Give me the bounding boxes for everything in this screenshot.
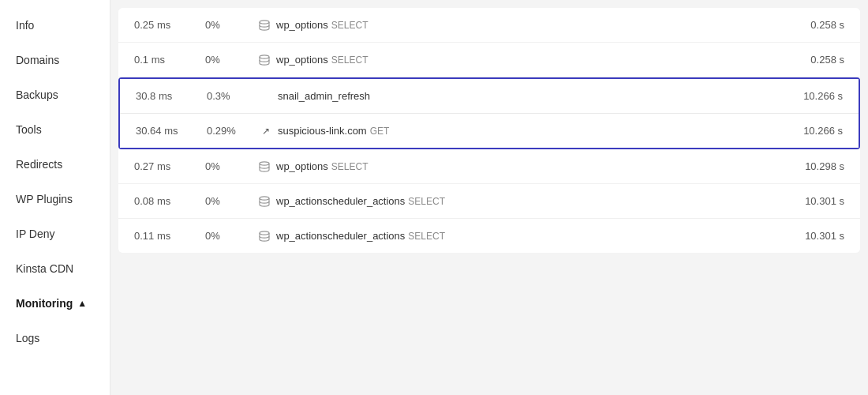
query-type: SELECT bbox=[331, 20, 369, 31]
row-name: wp_optionsSELECT bbox=[276, 19, 773, 31]
row-time: 30.64 ms bbox=[136, 125, 207, 137]
row-name: wp_actionscheduler_actionsSELECT bbox=[276, 195, 773, 207]
arrow-icon: ↗ bbox=[254, 126, 278, 137]
row-duration: 10.266 s bbox=[772, 90, 843, 102]
sidebar-label: Kinsta CDN bbox=[16, 262, 73, 275]
table-row: 30.64 ms 0.29% ↗ suspicious-link.comGET … bbox=[120, 114, 859, 148]
sidebar-item-wp-plugins[interactable]: WP Plugins bbox=[0, 182, 110, 216]
row-name: wp_actionscheduler_actionsSELECT bbox=[276, 230, 773, 242]
sidebar: InfoDomainsBackupsToolsRedirectsWP Plugi… bbox=[0, 0, 110, 395]
row-duration: 10.301 s bbox=[773, 195, 844, 207]
query-type: GET bbox=[370, 126, 390, 137]
query-type: SELECT bbox=[408, 196, 445, 207]
table-row: 0.11 ms 0% wp_actionscheduler_actionsSEL… bbox=[118, 219, 860, 253]
row-duration: 0.258 s bbox=[773, 19, 844, 31]
sidebar-label: IP Deny bbox=[16, 228, 55, 240]
row-percent: 0% bbox=[205, 195, 253, 207]
sidebar-item-tools[interactable]: Tools bbox=[0, 112, 110, 147]
db-icon bbox=[253, 196, 276, 207]
row-percent: 0% bbox=[205, 160, 253, 172]
sidebar-badge: ▲ bbox=[77, 298, 87, 309]
sidebar-item-ip-deny[interactable]: IP Deny bbox=[0, 216, 110, 251]
sidebar-label: Monitoring bbox=[16, 297, 73, 310]
row-percent: 0% bbox=[205, 54, 253, 66]
svg-point-1 bbox=[260, 55, 269, 58]
row-time: 0.11 ms bbox=[134, 230, 205, 242]
row-duration: 10.266 s bbox=[772, 125, 843, 137]
query-type: SELECT bbox=[331, 55, 369, 66]
highlighted-rows: 30.8 ms 0.3% snail_admin_refresh 10.266 … bbox=[118, 77, 860, 149]
table-row: 0.1 ms 0% wp_optionsSELECT 0.258 s bbox=[118, 43, 860, 77]
svg-point-2 bbox=[260, 161, 269, 164]
row-percent: 0% bbox=[205, 230, 253, 242]
sidebar-item-domains[interactable]: Domains bbox=[0, 43, 110, 77]
query-type: SELECT bbox=[331, 161, 369, 172]
sidebar-item-kinsta-cdn[interactable]: Kinsta CDN bbox=[0, 251, 110, 286]
sidebar-item-monitoring[interactable]: Monitoring ▲ bbox=[0, 286, 110, 321]
sidebar-label: Logs bbox=[16, 332, 39, 344]
row-time: 0.27 ms bbox=[134, 160, 205, 172]
row-time: 0.08 ms bbox=[134, 195, 205, 207]
row-duration: 10.301 s bbox=[773, 230, 844, 242]
row-name: wp_optionsSELECT bbox=[276, 54, 773, 66]
sidebar-item-logs[interactable]: Logs bbox=[0, 321, 110, 356]
sidebar-label: Redirects bbox=[16, 158, 62, 171]
content-card: 0.25 ms 0% wp_optionsSELECT 0.258 s 0.1 … bbox=[118, 8, 860, 253]
table-row: 0.08 ms 0% wp_actionscheduler_actionsSEL… bbox=[118, 184, 860, 219]
db-icon bbox=[253, 231, 276, 242]
query-type: SELECT bbox=[408, 231, 445, 242]
sidebar-label: Backups bbox=[16, 88, 58, 101]
row-duration: 0.258 s bbox=[773, 54, 844, 66]
row-time: 0.1 ms bbox=[134, 54, 205, 66]
svg-point-0 bbox=[260, 20, 269, 23]
row-time: 0.25 ms bbox=[134, 19, 205, 31]
db-icon bbox=[253, 55, 276, 66]
svg-point-4 bbox=[260, 231, 269, 234]
sidebar-item-info[interactable]: Info bbox=[0, 8, 110, 43]
sidebar-item-redirects[interactable]: Redirects bbox=[0, 147, 110, 182]
row-duration: 10.298 s bbox=[773, 160, 844, 172]
table-row: 30.8 ms 0.3% snail_admin_refresh 10.266 … bbox=[120, 79, 859, 114]
row-name: snail_admin_refresh bbox=[278, 90, 772, 102]
row-percent: 0.29% bbox=[207, 125, 254, 137]
sidebar-label: WP Plugins bbox=[16, 193, 73, 205]
row-name: suspicious-link.comGET bbox=[278, 125, 772, 137]
main-content: 0.25 ms 0% wp_optionsSELECT 0.258 s 0.1 … bbox=[110, 0, 868, 395]
sidebar-label: Info bbox=[16, 19, 34, 32]
db-icon bbox=[253, 20, 276, 31]
db-icon bbox=[253, 161, 276, 172]
sidebar-label: Tools bbox=[16, 123, 42, 136]
table-row: 0.25 ms 0% wp_optionsSELECT 0.258 s bbox=[118, 8, 860, 43]
row-time: 30.8 ms bbox=[136, 90, 207, 102]
svg-point-3 bbox=[260, 196, 269, 199]
row-percent: 0% bbox=[205, 19, 253, 31]
sidebar-item-backups[interactable]: Backups bbox=[0, 77, 110, 112]
row-name: wp_optionsSELECT bbox=[276, 160, 773, 172]
row-percent: 0.3% bbox=[207, 90, 254, 102]
table-row: 0.27 ms 0% wp_optionsSELECT 10.298 s bbox=[118, 149, 860, 184]
sidebar-label: Domains bbox=[16, 54, 59, 66]
